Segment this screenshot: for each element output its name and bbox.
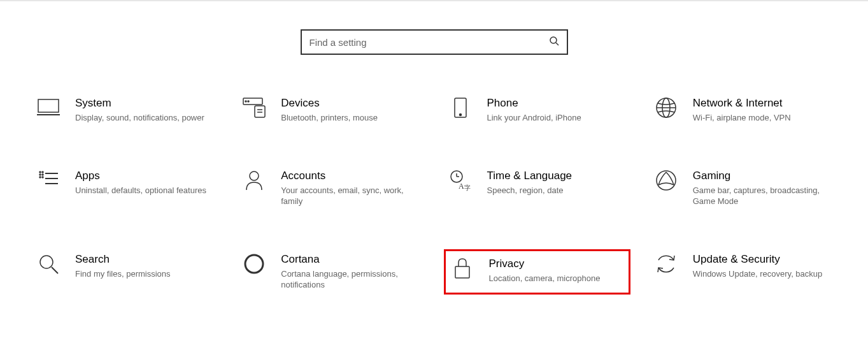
- search-category-icon: [36, 253, 61, 279]
- tile-desc: Cortana language, permissions, notificat…: [281, 268, 420, 291]
- svg-point-33: [245, 255, 263, 273]
- tile-title: Network & Internet: [693, 97, 832, 110]
- tile-title: Update & Security: [693, 253, 832, 266]
- svg-point-20: [42, 177, 43, 178]
- svg-point-15: [39, 171, 41, 173]
- privacy-icon: [450, 258, 475, 283]
- tile-phone[interactable]: Phone Link your Android, iPhone: [444, 93, 630, 127]
- svg-text:字: 字: [464, 184, 471, 191]
- tile-desc: Bluetooth, printers, mouse: [281, 112, 420, 124]
- tile-cortana[interactable]: Cortana Cortana language, permissions, n…: [238, 249, 424, 295]
- svg-point-19: [42, 174, 43, 175]
- tile-desc: Your accounts, email, sync, work, family: [281, 185, 420, 207]
- window-top-border: [0, 0, 868, 1]
- tile-title: Phone: [487, 97, 627, 110]
- tile-accounts[interactable]: Accounts Your accounts, email, sync, wor…: [238, 166, 424, 211]
- tile-desc: Location, camera, microphone: [489, 273, 625, 284]
- network-icon: [653, 97, 679, 122]
- tile-gaming[interactable]: Gaming Game bar, captures, broadcasting,…: [650, 166, 836, 211]
- tile-desc: Display, sound, notifications, power: [75, 112, 215, 124]
- search-input[interactable]: [309, 37, 549, 48]
- svg-point-11: [459, 114, 461, 116]
- svg-point-18: [42, 171, 43, 173]
- tile-title: Accounts: [281, 170, 420, 182]
- phone-icon: [448, 97, 473, 122]
- time-icon: A字: [448, 170, 473, 195]
- svg-rect-34: [455, 266, 469, 278]
- svg-point-5: [245, 101, 246, 102]
- tile-desc: Speech, region, date: [487, 185, 627, 196]
- settings-grid: System Display, sound, notifications, po…: [0, 93, 868, 295]
- system-icon: [36, 97, 61, 122]
- tile-desc: Link your Android, iPhone: [487, 112, 627, 124]
- gaming-icon: [653, 170, 679, 195]
- devices-icon: [241, 97, 267, 122]
- tile-desc: Find my files, permissions: [75, 268, 215, 280]
- tile-devices[interactable]: Devices Bluetooth, printers, mouse: [238, 93, 424, 127]
- apps-icon: [36, 170, 61, 195]
- tile-privacy[interactable]: Privacy Location, camera, microphone: [444, 249, 630, 295]
- tile-desc: Uninstall, defaults, optional features: [75, 185, 215, 196]
- tile-update[interactable]: Update & Security Windows Update, recove…: [650, 249, 836, 295]
- tile-desc: Windows Update, recovery, backup: [693, 268, 832, 280]
- svg-text:A: A: [459, 182, 464, 191]
- tile-network[interactable]: Network & Internet Wi-Fi, airplane mode,…: [650, 93, 836, 127]
- svg-point-31: [40, 256, 53, 268]
- search-box[interactable]: [301, 29, 568, 55]
- svg-line-1: [556, 43, 559, 45]
- tile-title: Privacy: [489, 258, 625, 270]
- tile-system[interactable]: System Display, sound, notifications, po…: [32, 93, 218, 127]
- tile-title: Search: [75, 253, 215, 266]
- svg-point-16: [39, 174, 41, 175]
- accounts-icon: [241, 170, 267, 195]
- tile-desc: Game bar, captures, broadcasting, Game M…: [693, 185, 832, 207]
- svg-line-32: [52, 267, 58, 273]
- cortana-icon: [241, 253, 267, 279]
- tile-desc: Wi-Fi, airplane mode, VPN: [693, 112, 832, 124]
- svg-point-6: [248, 101, 249, 102]
- update-icon: [653, 253, 679, 279]
- svg-rect-7: [255, 106, 265, 117]
- tile-title: Apps: [75, 170, 215, 182]
- svg-point-17: [39, 177, 41, 178]
- tile-apps[interactable]: Apps Uninstall, defaults, optional featu…: [32, 166, 218, 211]
- tile-time[interactable]: A字 Time & Language Speech, region, date: [444, 166, 630, 211]
- search-icon: [549, 36, 559, 48]
- tile-title: Cortana: [281, 253, 420, 266]
- svg-rect-2: [38, 99, 59, 112]
- search-container: [0, 29, 868, 55]
- svg-point-0: [550, 37, 557, 43]
- svg-point-30: [657, 171, 676, 190]
- tile-title: Devices: [281, 97, 420, 110]
- tile-title: Gaming: [693, 170, 832, 182]
- svg-point-24: [250, 171, 259, 180]
- tile-title: Time & Language: [487, 170, 627, 182]
- tile-search[interactable]: Search Find my files, permissions: [32, 249, 218, 295]
- tile-title: System: [75, 97, 215, 110]
